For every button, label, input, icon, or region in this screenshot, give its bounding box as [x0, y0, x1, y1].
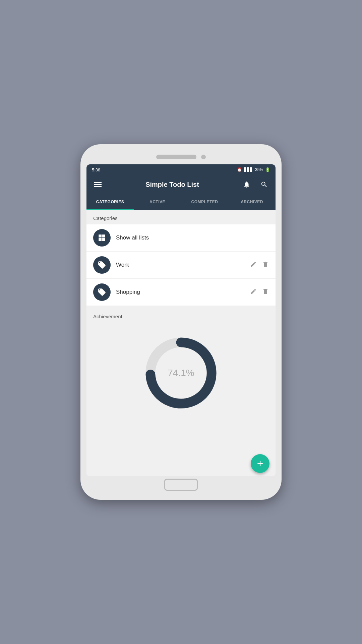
donut-container: 74.1%	[86, 323, 276, 420]
phone-screen: 5:38 ⏰ ▋▋▋ 35% 🔋 Simple Todo List	[86, 164, 276, 476]
alarm-icon: ⏰	[237, 167, 242, 172]
battery-icon: 🔋	[265, 167, 270, 172]
shopping-delete-icon[interactable]	[262, 288, 269, 297]
tab-categories[interactable]: CATEGORIES	[86, 194, 134, 210]
tab-completed[interactable]: COMPLETED	[181, 194, 228, 210]
work-actions	[250, 261, 269, 269]
achievement-section: Achievement 74.1%	[86, 308, 276, 427]
categories-list: Show all lists Work	[86, 224, 276, 306]
achievement-header: Achievement	[86, 308, 276, 323]
tab-archived[interactable]: ARCHIVED	[228, 194, 276, 210]
phone-home-button[interactable]	[164, 479, 198, 491]
shopping-actions	[250, 288, 269, 297]
donut-label: 74.1%	[168, 368, 194, 378]
work-label: Work	[116, 262, 245, 268]
phone-bottom-bar	[86, 476, 276, 493]
shopping-edit-icon[interactable]	[250, 288, 257, 297]
tab-active[interactable]: ACTIVE	[134, 194, 181, 210]
status-time: 5:38	[92, 167, 100, 172]
battery-percent: 35%	[255, 167, 263, 172]
menu-button[interactable]	[92, 178, 104, 191]
phone-top-bar	[86, 151, 276, 163]
status-right: ⏰ ▋▋▋ 35% 🔋	[237, 167, 270, 172]
work-delete-icon[interactable]	[262, 261, 269, 269]
list-item-work[interactable]: Work	[86, 252, 276, 279]
app-title: Simple Todo List	[109, 181, 235, 189]
content-area: Categories Show all lists	[86, 210, 276, 476]
shopping-label: Shopping	[116, 289, 245, 296]
add-icon: +	[257, 458, 263, 469]
fab-add-button[interactable]: +	[251, 454, 269, 473]
all-lists-label: Show all lists	[116, 234, 269, 241]
donut-chart: 74.1%	[141, 333, 221, 413]
tag-icon-shopping	[98, 288, 106, 297]
shopping-icon-circle	[93, 283, 111, 301]
list-item-all[interactable]: Show all lists	[86, 224, 276, 252]
all-lists-icon-circle	[93, 229, 111, 247]
signal-icon: ▋▋▋	[244, 167, 253, 172]
grid-icon	[98, 233, 106, 242]
tabs-bar: CATEGORIES ACTIVE COMPLETED ARCHIVED	[86, 194, 276, 210]
work-icon-circle	[93, 256, 111, 274]
categories-header: Categories	[86, 210, 276, 224]
phone-camera	[201, 155, 206, 159]
phone-outer: 5:38 ⏰ ▋▋▋ 35% 🔋 Simple Todo List	[80, 144, 282, 500]
phone-speaker	[156, 155, 196, 159]
list-item-shopping[interactable]: Shopping	[86, 279, 276, 306]
search-button[interactable]	[258, 178, 270, 191]
tag-icon-work	[98, 261, 106, 269]
status-bar: 5:38 ⏰ ▋▋▋ 35% 🔋	[86, 164, 276, 175]
app-bar: Simple Todo List	[86, 175, 276, 194]
notification-button[interactable]	[241, 178, 253, 191]
work-edit-icon[interactable]	[250, 261, 257, 269]
